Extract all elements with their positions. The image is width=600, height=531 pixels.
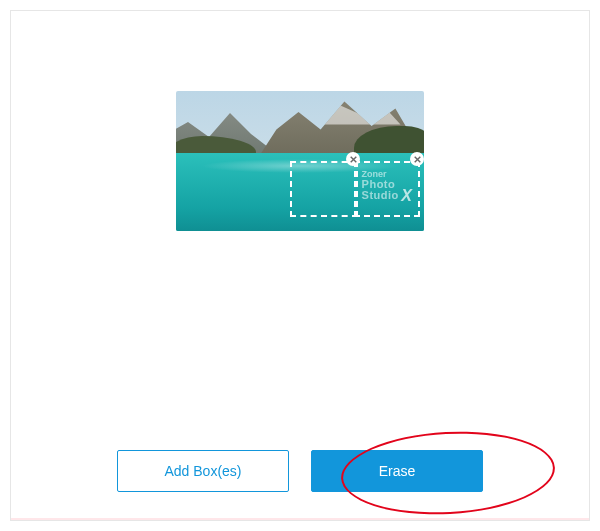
selection-box[interactable]	[290, 161, 358, 217]
add-box-button-label: Add Box(es)	[164, 463, 241, 479]
erase-button-label: Erase	[379, 463, 416, 479]
selection-box[interactable]	[354, 161, 420, 217]
selection-group[interactable]	[290, 161, 420, 217]
erase-button[interactable]: Erase	[311, 450, 483, 492]
selection-close-handle[interactable]	[410, 152, 424, 166]
close-icon	[414, 156, 421, 163]
close-icon	[350, 156, 357, 163]
image-canvas[interactable]: Zoner Photo Studio X	[176, 91, 424, 231]
selection-close-handle[interactable]	[346, 152, 360, 166]
app-frame: Zoner Photo Studio X Add Box(es)	[0, 0, 600, 531]
add-box-button[interactable]: Add Box(es)	[117, 450, 289, 492]
editor-panel: Zoner Photo Studio X Add Box(es)	[10, 10, 590, 521]
action-toolbar: Add Box(es) Erase	[11, 450, 589, 492]
